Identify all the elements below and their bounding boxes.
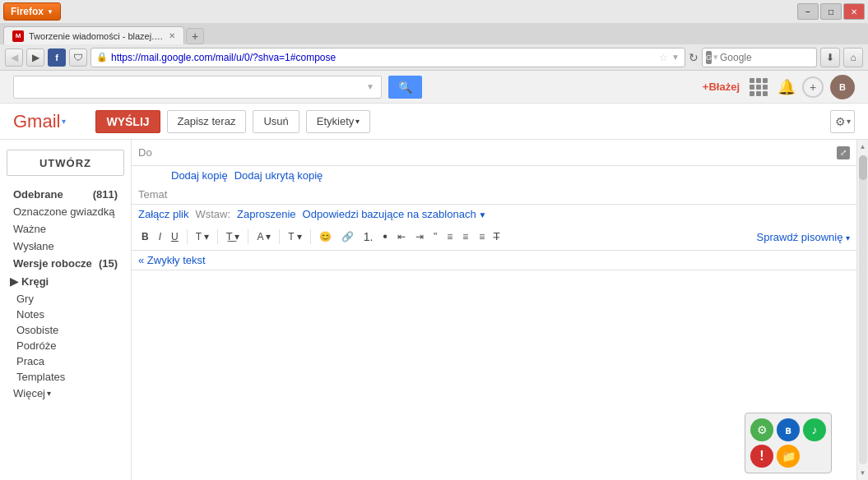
sidebar-item-games[interactable]: Gry [0,291,131,307]
align-left-button[interactable]: ≡ [443,227,456,247]
italic-button[interactable]: I [155,227,165,247]
text-style-button[interactable]: T ▾ [193,227,212,247]
to-field-row: Do ⤢ [132,140,856,166]
align-center-button[interactable]: ≡ [459,227,472,247]
templates-link[interactable]: Odpowiedzi bazujące na szablonach [303,208,487,220]
spell-check-link[interactable]: Sprawdź pisownię ▾ [757,231,850,243]
back-button[interactable]: ◀ [5,48,23,67]
dropdown-icon[interactable]: ▼ [671,53,680,62]
plus-circle-button[interactable]: + [802,76,824,98]
scroll-down-button[interactable]: ▼ [858,468,868,478]
invitation-link[interactable]: Zaproszenie [237,208,296,220]
sidebar-item-starred[interactable]: Oznaczone gwiazdką [0,203,124,220]
circles-label: Kręgi [21,275,49,288]
labels-button[interactable]: Etykiety ▾ [306,110,371,133]
quote-button[interactable]: " [430,227,440,247]
expand-icon: ▶ [10,275,18,288]
title-bar: Firefox − □ ✕ [0,0,868,23]
text-size-button[interactable]: T͟ ▾ [223,227,243,247]
close-button[interactable]: ✕ [843,3,865,20]
sidebar-item-drafts[interactable]: Wersje robocze (15) [0,255,124,272]
save-button[interactable]: Zapisz teraz [167,110,247,133]
sidebar-item-work[interactable]: Praca [0,353,131,369]
to-label: Do [138,146,171,159]
user-avatar[interactable]: B [830,75,855,99]
indent-more-button[interactable]: ⇥ [412,227,427,247]
text-bg-button[interactable]: T ▾ [285,227,304,247]
spotify-tray-icon[interactable]: ♪ [803,418,826,441]
scroll-up-button[interactable]: ▲ [858,141,868,152]
subject-input[interactable] [171,188,850,201]
address-input[interactable] [111,52,656,63]
refresh-icon[interactable]: ↻ [689,51,699,64]
gmail-search-input[interactable] [21,81,366,94]
bell-icon[interactable]: 🔔 [777,78,796,96]
delete-button[interactable]: Usuń [253,110,299,133]
google-dropdown-icon[interactable]: ▾ [713,52,718,62]
sidebar: UTWÓRZ Odebrane (811) Oznaczone gwiazdką… [0,140,132,480]
sidebar-item-sent[interactable]: Wysłane [0,238,124,255]
google-search-box: ▼ [13,76,382,99]
bookmark-icon[interactable]: ☆ [659,52,668,63]
settings-tray-icon[interactable]: ⚙ [750,418,773,441]
ordered-list-button[interactable]: 1. [360,227,377,247]
address-bar-container: 🔒 ☆ ▼ [91,48,685,67]
unordered-list-button[interactable]: • [379,227,391,247]
search-dropdown-icon[interactable]: ▼ [366,82,374,91]
indent-less-button[interactable]: ⇤ [394,227,409,247]
tab-bar: M Tworzenie wiadomości - blazej.sarosta.… [0,23,868,44]
gmail-logo-caret[interactable]: ▾ [62,117,66,126]
maximize-button[interactable]: □ [820,3,842,20]
scroll-thumb[interactable] [859,155,867,180]
add-copy-link[interactable]: Dodaj kopię [171,169,228,182]
sidebar-more-link[interactable]: Więcej ▾ [0,385,131,402]
sidebar-item-notes[interactable]: Notes [0,307,131,322]
active-tab[interactable]: M Tworzenie wiadomości - blazej.sarosta.… [3,26,184,44]
sidebar-item-important[interactable]: Ważne [0,220,124,238]
remove-format-button[interactable]: T̶ [490,227,503,247]
download-icon[interactable]: ⬇ [820,48,840,67]
sidebar-item-travel[interactable]: Podróże [0,338,131,353]
attach-row: Załącz plik Wstaw: Zaproszenie Odpowiedz… [132,205,856,224]
bold-button[interactable]: B [138,227,152,247]
normal-text-row: « Zwykły tekst [132,251,856,270]
add-hidden-copy-link[interactable]: Dodaj ukrytą kopię [234,169,323,182]
text-color-button[interactable]: A ▾ [253,227,274,247]
gplus-button[interactable]: +Błażej [703,81,740,93]
sidebar-item-personal[interactable]: Osobiste [0,322,131,338]
folder-tray-icon[interactable]: 📁 [777,445,800,468]
forward-button[interactable]: ▶ [26,48,44,67]
attach-file-link[interactable]: Załącz plik [138,208,188,220]
sidebar-circles-category[interactable]: ▶ Kręgi [0,272,131,291]
sep3 [248,229,248,244]
underline-button[interactable]: U [168,227,182,247]
important-label: Ważne [13,223,46,235]
firefox-button[interactable]: Firefox [3,2,61,21]
emoji-button[interactable]: 😊 [316,227,335,247]
scroll-track[interactable] [859,155,867,464]
normal-text-link[interactable]: « Zwykły tekst [138,254,206,266]
error-tray-icon[interactable]: ! [750,445,773,468]
home-icon[interactable]: ⌂ [843,48,863,67]
google-search-button[interactable]: 🔍 [388,76,422,99]
facebook-icon: f [48,48,66,67]
new-tab-button[interactable]: + [186,28,204,44]
compose-button[interactable]: UTWÓRZ [7,150,124,176]
tab-close-icon[interactable]: ✕ [169,31,175,40]
minimize-button[interactable]: − [797,3,819,20]
scrollbar[interactable]: ▲ ▼ [856,140,868,480]
tab-title: Tworzenie wiadomości - blazej.sarosta... [29,31,164,41]
send-button[interactable]: WYŚLIJ [95,110,160,133]
expand-button[interactable]: ⤢ [837,146,850,159]
gmail-logo-text: Gmail [13,111,60,132]
settings-button[interactable]: ⚙ ▾ [830,110,855,133]
window-controls: − □ ✕ [797,3,865,20]
browser-toolbar-icons: ⬇ ⌂ [820,48,863,67]
bluetooth-tray-icon[interactable]: ʙ [777,418,800,441]
link-button[interactable]: 🔗 [338,227,357,247]
to-input[interactable] [171,146,837,159]
apps-icon[interactable] [746,75,771,99]
sidebar-item-inbox[interactable]: Odebrane (811) [0,186,124,203]
sidebar-item-templates[interactable]: Templates [0,369,131,385]
align-right-button[interactable]: ≡ [476,227,487,247]
